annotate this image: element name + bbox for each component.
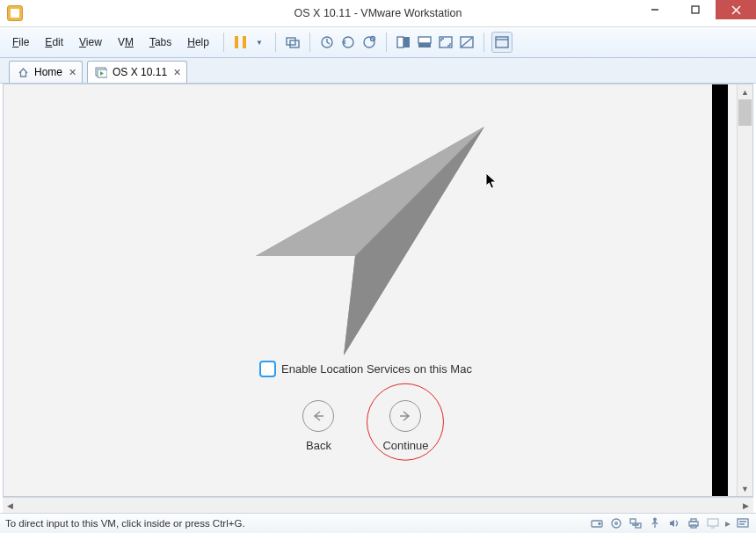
scroll-down-arrow-icon[interactable]: ▼ xyxy=(738,481,752,496)
svg-point-23 xyxy=(599,523,600,525)
menubar: File Edit View VM Tabs Help ▼ xyxy=(0,27,756,58)
scroll-right-arrow-icon[interactable]: ▶ xyxy=(738,498,753,513)
nav-row: Back Continue xyxy=(302,400,428,452)
scroll-left-arrow-icon[interactable]: ◀ xyxy=(3,498,18,513)
printer-icon[interactable] xyxy=(686,516,701,530)
svg-point-28 xyxy=(654,518,657,521)
location-arrow-icon xyxy=(221,100,511,355)
network-adapter-icon[interactable] xyxy=(628,516,643,530)
svg-rect-5 xyxy=(290,40,299,47)
back-arrow-icon xyxy=(302,400,334,432)
svg-rect-13 xyxy=(418,37,431,43)
message-log-icon[interactable] xyxy=(735,516,751,530)
tab-osx-label: OS X 10.11 xyxy=(113,66,167,78)
toolbar-separator xyxy=(275,33,276,52)
enable-location-checkbox[interactable] xyxy=(259,361,276,377)
vertical-scrollbar[interactable]: ▲ ▼ xyxy=(737,84,752,496)
scroll-up-arrow-icon[interactable]: ▲ xyxy=(738,84,752,99)
enable-location-row: Enable Location Services on this Mac xyxy=(259,361,472,377)
svg-point-24 xyxy=(612,519,621,528)
vmware-app-icon xyxy=(7,5,23,21)
thumbnail-bar-icon[interactable] xyxy=(415,33,434,52)
send-ctrl-alt-del-icon[interactable] xyxy=(283,33,302,52)
menu-tabs[interactable]: Tabs xyxy=(142,33,178,52)
vm-viewport[interactable]: Enable Location Services on this Mac Bac… xyxy=(4,84,728,496)
snapshot-take-icon[interactable] xyxy=(317,33,337,52)
sound-icon[interactable] xyxy=(666,516,682,530)
hard-disk-icon[interactable] xyxy=(589,516,605,530)
fullscreen-icon[interactable] xyxy=(436,33,455,52)
tab-close-icon[interactable]: ✕ xyxy=(173,67,181,78)
maximize-button[interactable] xyxy=(675,0,716,19)
snapshot-revert-icon[interactable] xyxy=(338,33,358,52)
svg-point-25 xyxy=(615,522,618,525)
toolbar-separator xyxy=(223,33,224,52)
svg-rect-4 xyxy=(287,38,295,45)
svg-line-16 xyxy=(462,38,472,47)
status-hint: To direct input to this VM, click inside… xyxy=(5,518,245,529)
svg-rect-11 xyxy=(397,37,403,47)
svg-rect-33 xyxy=(738,519,748,527)
pause-button[interactable] xyxy=(231,33,251,52)
snapshot-manager-icon[interactable] xyxy=(360,33,379,52)
scrollbar-thumb[interactable] xyxy=(738,99,752,126)
close-button[interactable] xyxy=(716,0,756,19)
menu-view[interactable]: View xyxy=(72,33,109,52)
titlebar: OS X 10.11 - VMware Workstation xyxy=(0,0,756,27)
library-icon[interactable] xyxy=(491,32,512,53)
svg-rect-30 xyxy=(691,519,696,522)
window-controls xyxy=(635,0,756,26)
cd-dvd-icon[interactable] xyxy=(608,516,624,530)
back-label: Back xyxy=(306,439,331,452)
svg-rect-1 xyxy=(692,6,699,13)
tab-home-label: Home xyxy=(34,66,62,78)
display-icon[interactable] xyxy=(705,516,721,530)
unity-icon[interactable] xyxy=(457,33,476,52)
scrollbar-track[interactable] xyxy=(18,499,738,512)
vm-running-icon xyxy=(95,66,107,78)
statusbar: To direct input to this VM, click inside… xyxy=(0,513,756,533)
svg-rect-26 xyxy=(630,519,636,523)
tab-home[interactable]: Home ✕ xyxy=(9,61,83,83)
continue-arrow-icon xyxy=(389,400,421,432)
toolbar-separator xyxy=(483,33,484,52)
power-dropdown[interactable]: ▼ xyxy=(256,39,263,47)
tab-osx[interactable]: OS X 10.11 ✕ xyxy=(87,61,187,83)
tabstrip: Home ✕ OS X 10.11 ✕ xyxy=(0,58,756,84)
toolbar-separator xyxy=(309,33,310,52)
letterbox-bar xyxy=(712,84,728,496)
continue-button[interactable]: Continue xyxy=(382,400,428,452)
show-console-icon[interactable] xyxy=(394,33,413,52)
app-window: OS X 10.11 - VMware Workstation File Edi… xyxy=(0,0,756,533)
tab-close-icon[interactable]: ✕ xyxy=(69,67,76,78)
status-icons: ▸ xyxy=(589,516,751,530)
minimize-button[interactable] xyxy=(635,0,675,19)
device-menu-chevron-icon[interactable]: ▸ xyxy=(724,516,731,530)
menu-file[interactable]: File xyxy=(5,33,36,52)
continue-label: Continue xyxy=(382,439,428,452)
menu-edit[interactable]: Edit xyxy=(38,33,70,52)
enable-location-label: Enable Location Services on this Mac xyxy=(281,362,472,376)
usb-icon[interactable] xyxy=(647,516,663,530)
toolbar-separator xyxy=(386,33,387,52)
horizontal-scrollbar[interactable]: ◀ ▶ xyxy=(3,497,753,513)
menu-help[interactable]: Help xyxy=(180,33,216,52)
svg-rect-32 xyxy=(708,519,718,526)
content-area: Enable Location Services on this Mac Bac… xyxy=(3,84,753,497)
home-icon xyxy=(17,66,29,78)
svg-point-8 xyxy=(364,37,374,47)
back-button[interactable]: Back xyxy=(302,400,334,452)
menu-vm[interactable]: VM xyxy=(111,33,141,52)
osx-setup-screen: Enable Location Services on this Mac Bac… xyxy=(4,84,728,496)
svg-rect-17 xyxy=(496,37,508,47)
